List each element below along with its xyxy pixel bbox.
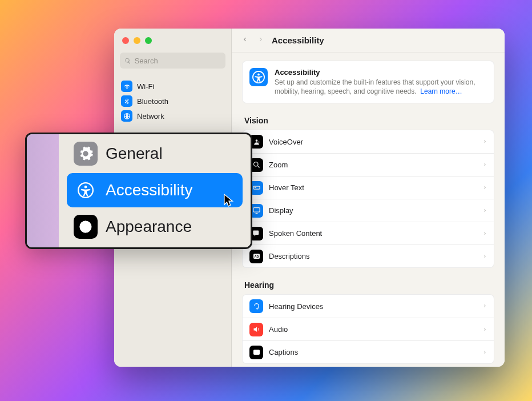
nav-back-button[interactable]: [242, 35, 248, 46]
content-header: Accessibility: [232, 29, 505, 53]
bluetooth-icon: [121, 95, 132, 107]
search-input[interactable]: [135, 57, 221, 65]
zoom-row-appearance[interactable]: Appearance: [67, 210, 243, 244]
minimize-button[interactable]: [134, 37, 140, 44]
row-hover-text[interactable]: Hover Text: [243, 176, 494, 199]
chevron-right-icon: [483, 228, 487, 239]
chevron-right-icon: [483, 206, 487, 216]
row-label: Audio: [269, 325, 477, 334]
close-button[interactable]: [122, 37, 129, 44]
section-label-hearing: Hearing: [244, 280, 492, 290]
zoom-callout: GeneralAccessibilityAppearance: [25, 133, 252, 249]
sidebar-item-label: Network: [137, 112, 164, 121]
row-zoom[interactable]: Zoom: [243, 153, 494, 176]
row-label: Zoom: [269, 161, 477, 169]
zoom-decoration: [27, 134, 59, 247]
chevron-right-icon: [483, 137, 487, 147]
row-audio[interactable]: Audio: [243, 318, 494, 340]
content-pane: Accessibility Accessibility Set up and c…: [232, 29, 505, 367]
chevron-right-icon: [483, 324, 487, 335]
section-label-vision: Vision: [244, 116, 492, 125]
panel-hearing: Hearing DevicesAudioCaptions: [242, 294, 494, 364]
sidebar-item-label: Bluetooth: [137, 97, 168, 106]
wifi-icon: [121, 81, 132, 92]
row-captions[interactable]: Captions: [243, 340, 494, 363]
panel-vision: VoiceOverZoomHover TextDisplaySpoken Con…: [242, 130, 494, 268]
row-label: Captions: [269, 348, 477, 356]
gear-icon: [74, 142, 98, 166]
intro-card: Accessibility Set up and customize the b…: [242, 61, 494, 103]
zoom-row-general[interactable]: General: [67, 137, 243, 171]
chevron-right-icon: [483, 183, 487, 193]
zoom-row-label: Appearance: [106, 218, 192, 236]
chevron-right-icon: [483, 301, 487, 311]
sound-icon: [249, 323, 263, 336]
sidebar-item-network[interactable]: Network: [119, 109, 227, 123]
sidebar-item-wi-fi[interactable]: Wi-Fi: [119, 79, 227, 94]
sidebar-item-bluetooth[interactable]: Bluetooth: [119, 94, 227, 109]
page-title: Accessibility: [272, 35, 324, 45]
row-label: Hover Text: [269, 183, 477, 192]
chevron-right-icon: [483, 347, 487, 358]
maximize-button[interactable]: [145, 37, 152, 44]
row-descriptions[interactable]: Descriptions: [243, 244, 494, 267]
row-label: Hearing Devices: [269, 302, 477, 311]
appearance-icon: [74, 215, 98, 239]
row-label: Descriptions: [269, 252, 477, 260]
row-spoken-content[interactable]: Spoken Content: [243, 222, 494, 244]
learn-more-link[interactable]: Learn more…: [420, 87, 462, 95]
row-display[interactable]: Display: [243, 199, 494, 222]
ear-icon: [249, 299, 263, 313]
window-controls: [114, 29, 231, 53]
nav-forward-button: [258, 35, 264, 46]
accessibility-icon: [249, 68, 268, 86]
intro-title: Accessibility: [275, 68, 487, 77]
descriptions-icon: [249, 250, 263, 263]
row-label: Display: [269, 206, 477, 215]
row-label: VoiceOver: [269, 138, 477, 146]
search-icon: [124, 57, 131, 65]
globe-icon: [121, 110, 132, 122]
zoom-row-label: General: [106, 145, 163, 163]
search-field[interactable]: [120, 53, 225, 69]
row-label: Spoken Content: [269, 229, 477, 238]
intro-description: Set up and customize the built-in featur…: [275, 78, 487, 96]
row-hearing-devices[interactable]: Hearing Devices: [243, 295, 494, 318]
zoom-row-label: Accessibility: [106, 181, 192, 199]
zoom-row-accessibility[interactable]: Accessibility: [67, 173, 243, 207]
sidebar-item-label: Wi-Fi: [137, 82, 154, 91]
chevron-right-icon: [483, 251, 487, 262]
accessibility-icon: [74, 178, 98, 202]
chevron-right-icon: [483, 160, 487, 170]
row-voiceover[interactable]: VoiceOver: [243, 130, 494, 153]
captions-icon: [249, 346, 263, 359]
cursor-icon: [224, 194, 234, 208]
